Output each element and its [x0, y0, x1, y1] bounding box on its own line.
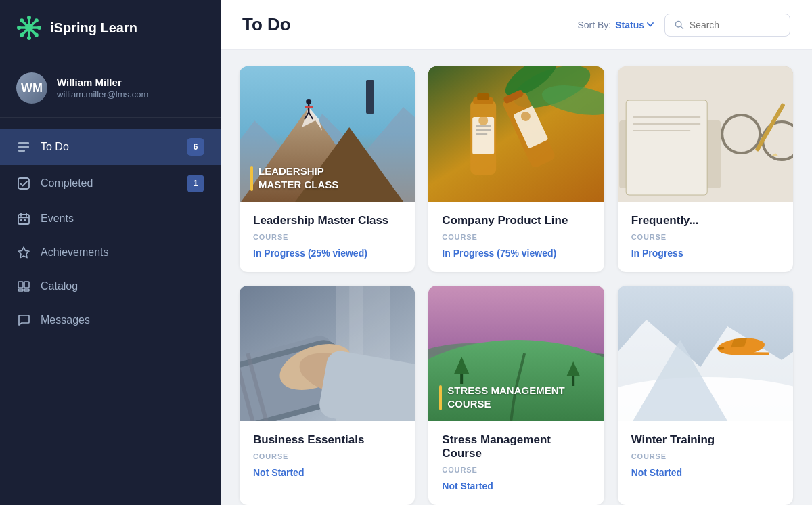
card-image-2 [428, 66, 604, 202]
sidebar: iSpring Learn WM William Miller william.… [0, 0, 221, 505]
search-input[interactable] [690, 20, 780, 30]
card-status-5: Not Started [442, 481, 590, 491]
svg-point-9 [20, 18, 24, 22]
card-body-6: Winter Training COURSE Not Started [618, 421, 793, 491]
sidebar-nav: To Do 6 Completed 1 [0, 118, 221, 505]
todo-icon [16, 139, 31, 154]
svg-rect-22 [24, 219, 26, 221]
app-name: iSpring Learn [50, 20, 137, 36]
card-status-1: In Progress (25% viewed) [253, 248, 401, 259]
card-illustration-2 [428, 66, 604, 202]
card-status-2: In Progress (75% viewed) [442, 248, 590, 259]
svg-point-50 [478, 116, 488, 125]
card-company-product-line[interactable]: Company Product Line COURSE In Progress … [428, 66, 604, 272]
svg-point-7 [17, 26, 21, 30]
card-title-1: Leadership Master Class [253, 214, 401, 227]
cards-grid: LEADERSHIPMASTER CLASS Leadership Master… [240, 66, 793, 505]
card-image-6 [618, 286, 793, 421]
sidebar-item-todo-badge: 6 [187, 138, 204, 156]
search-box [664, 14, 790, 37]
card-type-4: COURSE [253, 452, 401, 460]
user-name: William Miller [57, 76, 148, 88]
sidebar-item-completed-badge: 1 [187, 175, 204, 192]
search-icon [675, 20, 684, 30]
chevron-down-icon [647, 22, 654, 27]
svg-line-28 [681, 26, 683, 28]
card-type-1: COURSE [253, 233, 401, 241]
sidebar-item-todo[interactable]: To Do 6 [0, 129, 221, 165]
svg-rect-23 [18, 282, 23, 288]
card-title-4: Business Essentials [253, 433, 401, 447]
sort-value-button[interactable]: Status [615, 20, 654, 30]
svg-rect-15 [18, 150, 25, 152]
catalog-icon [16, 279, 31, 294]
svg-rect-17 [18, 215, 29, 224]
card-business-essentials[interactable]: Business Essentials COURSE Not Started [240, 286, 415, 505]
card-overlay-label-5: STRESS MANAGEMENTCOURSE [439, 384, 564, 410]
svg-rect-25 [18, 289, 23, 291]
sort-by-label: Sort By: [577, 20, 611, 30]
card-image-3 [618, 66, 793, 202]
sidebar-logo: iSpring Learn [0, 0, 221, 56]
user-email: william.miller@lms.com [57, 89, 148, 100]
svg-rect-57 [626, 100, 707, 195]
card-body-1: Leadership Master Class COURSE In Progre… [240, 202, 415, 272]
svg-point-12 [20, 33, 24, 37]
svg-point-10 [35, 33, 39, 37]
svg-rect-13 [18, 142, 29, 144]
svg-point-6 [27, 36, 31, 40]
card-title-3: Frequently... [631, 214, 780, 227]
card-type-2: COURSE [442, 233, 590, 241]
sidebar-item-events-label: Events [41, 213, 204, 225]
svg-point-11 [35, 18, 39, 22]
card-type-6: COURSE [631, 452, 780, 460]
card-body-3: Frequently... COURSE In Progress [618, 202, 793, 272]
card-illustration-3 [618, 66, 793, 202]
sidebar-item-achievements[interactable]: Achievements [0, 236, 221, 269]
sidebar-item-catalog[interactable]: Catalog [0, 269, 221, 303]
user-info: William Miller william.miller@lms.com [57, 76, 148, 100]
svg-rect-24 [24, 282, 29, 288]
card-status-6: Not Started [631, 467, 780, 478]
card-status-3: In Progress [631, 248, 780, 259]
avatar: WM [16, 72, 47, 104]
svg-point-5 [27, 16, 31, 20]
svg-line-63 [760, 134, 763, 136]
sidebar-item-completed[interactable]: Completed 1 [0, 165, 221, 202]
sidebar-item-todo-label: To Do [41, 141, 177, 153]
svg-rect-45 [477, 93, 489, 100]
sidebar-item-achievements-label: Achievements [41, 246, 204, 259]
card-winter-training[interactable]: Winter Training COURSE Not Started [618, 286, 793, 505]
card-image-1: LEADERSHIPMASTER CLASS [240, 66, 415, 202]
card-frequently[interactable]: Frequently... COURSE In Progress [618, 66, 793, 272]
card-status-4: Not Started [253, 467, 401, 478]
achievements-icon [16, 245, 31, 260]
card-leadership-master-class[interactable]: LEADERSHIPMASTER CLASS Leadership Master… [240, 66, 415, 272]
sidebar-item-messages[interactable]: Messages [0, 303, 221, 337]
messages-icon [16, 313, 31, 328]
card-illustration-6 [618, 286, 793, 421]
card-title-2: Company Product Line [442, 214, 590, 227]
svg-rect-21 [20, 219, 22, 221]
cards-container: LEADERSHIPMASTER CLASS Leadership Master… [221, 50, 812, 505]
card-stress-management[interactable]: STRESS MANAGEMENTCOURSE Stress Managemen… [428, 286, 604, 505]
card-overlay-label-1: LEADERSHIPMASTER CLASS [250, 164, 338, 191]
user-profile: WM William Miller william.miller@lms.com [0, 56, 221, 118]
svg-rect-26 [24, 289, 29, 291]
main-header: To Do Sort By: Status [221, 0, 812, 50]
sidebar-item-messages-label: Messages [41, 314, 204, 326]
events-icon [16, 211, 31, 226]
main-content: To Do Sort By: Status [221, 0, 812, 505]
card-body-2: Company Product Line COURSE In Progress … [428, 202, 604, 272]
ispring-logo-icon [16, 15, 42, 41]
card-image-4 [240, 286, 415, 421]
sidebar-item-catalog-label: Catalog [41, 280, 204, 292]
card-title-5: Stress Management Course [442, 433, 590, 460]
sort-by-control: Sort By: Status [577, 20, 654, 30]
header-controls: Sort By: Status [577, 14, 790, 37]
svg-point-34 [306, 99, 311, 104]
card-body-5: Stress Management Course COURSE Not Star… [428, 421, 604, 505]
card-title-6: Winter Training [631, 433, 780, 447]
sidebar-item-events[interactable]: Events [0, 202, 221, 236]
card-type-5: COURSE [442, 466, 590, 474]
